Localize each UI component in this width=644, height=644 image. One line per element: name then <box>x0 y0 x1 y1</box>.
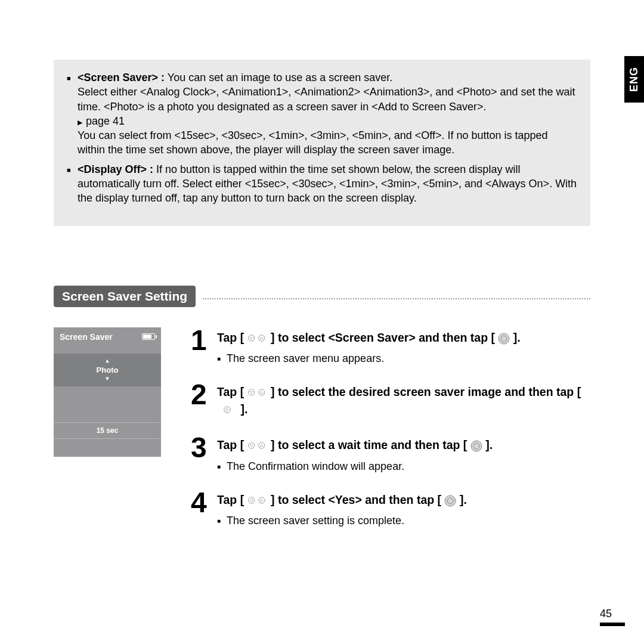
bullet-icon: ■ <box>67 162 78 206</box>
step-number: 1 <box>191 327 217 365</box>
device-selection: ▲ Photo ▼ <box>54 354 161 386</box>
step-1: 1 Tap [ ] to select <Screen Saver> and t… <box>191 327 590 365</box>
select-button-icon <box>498 330 510 346</box>
svg-point-23 <box>250 444 251 445</box>
battery-icon <box>142 333 155 340</box>
steps-list: 1 Tap [ ] to select <Screen Saver> and t… <box>191 327 590 544</box>
step-2: 2 Tap [ ] to select the desired screen s… <box>191 382 590 418</box>
svg-point-27 <box>260 446 261 447</box>
svg-point-29 <box>261 444 262 445</box>
svg-point-10 <box>248 389 254 395</box>
device-selected-value: Photo <box>54 364 161 376</box>
svg-point-4 <box>258 335 264 341</box>
svg-point-12 <box>252 391 253 392</box>
svg-point-35 <box>250 500 251 501</box>
updown-icon <box>247 385 268 401</box>
svg-point-15 <box>260 393 261 394</box>
svg-point-1 <box>250 337 251 338</box>
info-label: <Display Off> : <box>78 163 153 175</box>
svg-point-11 <box>250 391 251 392</box>
svg-point-24 <box>252 444 253 445</box>
svg-point-16 <box>262 393 263 394</box>
language-tab: ENG <box>624 56 644 103</box>
step-4: 4 Tap [ ] to select <Yes> and then tap [… <box>191 490 590 527</box>
svg-point-7 <box>261 337 262 338</box>
svg-point-18 <box>224 407 231 413</box>
step-number: 2 <box>191 382 217 418</box>
select-button-icon <box>444 493 456 509</box>
svg-point-2 <box>252 337 253 338</box>
step-3: 3 Tap [ ] to select a wait time and then… <box>191 435 590 472</box>
svg-point-40 <box>445 496 456 506</box>
step-instruction: Tap [ ] to select <Screen Saver> and the… <box>217 330 590 346</box>
device-screenshot: Screen Saver ▲ Photo ▼ 15 sec <box>54 327 161 544</box>
svg-point-3 <box>251 338 252 339</box>
svg-point-37 <box>260 499 261 500</box>
step-sub: The screen saver setting is complete. <box>227 515 404 527</box>
arrow-up-icon: ▲ <box>54 358 161 364</box>
bullet-icon: ■ <box>217 460 227 473</box>
leftright-icon <box>247 493 268 509</box>
step-number: 4 <box>191 490 217 527</box>
right-icon <box>217 402 237 418</box>
svg-point-14 <box>258 389 264 395</box>
select-button-icon <box>470 438 482 454</box>
arrow-down-icon: ▼ <box>54 376 161 382</box>
svg-point-36 <box>258 497 264 503</box>
device-wait-time: 15 sec <box>54 422 161 439</box>
page-reference: page 41 <box>78 115 125 127</box>
svg-point-39 <box>262 500 263 501</box>
updown-icon <box>247 330 268 346</box>
info-text: You can set an image to use as a screen … <box>165 72 392 83</box>
svg-point-6 <box>262 338 263 339</box>
step-instruction: Tap [ ] to select the desired screen sav… <box>217 384 590 418</box>
step-number: 3 <box>191 435 217 472</box>
svg-point-8 <box>499 333 509 344</box>
svg-point-26 <box>258 442 264 448</box>
dotted-rule <box>203 293 590 299</box>
device-screen-title: Screen Saver <box>60 332 113 342</box>
info-item-display-off: ■ <Display Off> : If no button is tapped… <box>67 162 577 206</box>
svg-point-28 <box>262 446 263 447</box>
svg-point-13 <box>251 393 252 394</box>
info-item-screen-saver: ■ <Screen Saver> : You can set an image … <box>67 70 577 157</box>
svg-point-0 <box>248 335 254 341</box>
info-label: <Screen Saver> : <box>78 72 165 83</box>
svg-point-25 <box>251 446 252 447</box>
svg-point-21 <box>227 409 228 410</box>
svg-point-19 <box>226 408 227 409</box>
page-content: ■ <Screen Saver> : You can set an image … <box>54 60 590 544</box>
svg-point-32 <box>248 497 254 503</box>
step-instruction: Tap [ ] to select a wait time and then t… <box>217 437 590 454</box>
step-sub: The Confirmation window will appear. <box>227 460 404 473</box>
info-box: ■ <Screen Saver> : You can set an image … <box>54 60 590 226</box>
svg-point-20 <box>226 410 227 411</box>
info-text: You can select from <15sec>, <30sec>, <1… <box>78 129 548 156</box>
step-sub: The screen saver menu appears. <box>227 352 384 365</box>
svg-point-17 <box>261 391 262 392</box>
bullet-icon: ■ <box>67 70 78 157</box>
step-instruction: Tap [ ] to select <Yes> and then tap [ ]… <box>217 492 590 509</box>
bullet-icon: ■ <box>217 515 227 527</box>
bullet-icon: ■ <box>217 352 227 365</box>
section-header-row: Screen Saver Setting <box>54 286 590 307</box>
info-text: Select either <Analog Clock>, <Animation… <box>78 86 575 112</box>
page-number: 45 <box>600 608 625 626</box>
section-title: Screen Saver Setting <box>54 286 196 307</box>
svg-point-33 <box>252 499 253 500</box>
updown-icon <box>247 438 268 454</box>
svg-point-22 <box>248 442 254 448</box>
svg-point-5 <box>260 338 261 339</box>
svg-point-34 <box>252 501 253 502</box>
svg-point-38 <box>260 501 261 502</box>
svg-point-30 <box>471 441 482 451</box>
